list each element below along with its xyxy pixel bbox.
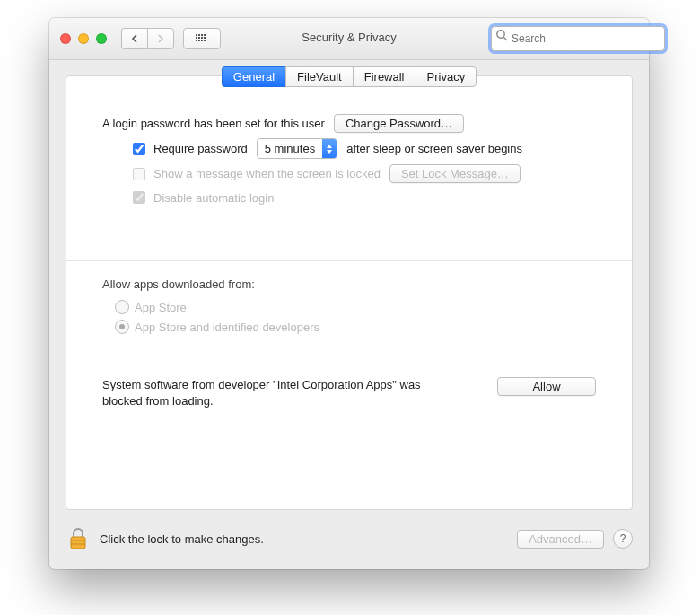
search-field-wrap bbox=[491, 26, 638, 51]
divider bbox=[66, 260, 632, 261]
radio-label: App Store and identified developers bbox=[135, 321, 319, 334]
password-set-text: A login password has been set for this u… bbox=[102, 117, 325, 130]
tab-firewall[interactable]: Firewall bbox=[353, 66, 416, 87]
require-password-delay-select[interactable]: 5 minutes bbox=[257, 138, 337, 159]
require-password-input[interactable] bbox=[133, 143, 145, 155]
tab-label: Privacy bbox=[427, 70, 466, 83]
checkbox-label: Require password bbox=[153, 142, 248, 155]
advanced-button: Advanced… bbox=[517, 530, 604, 549]
show-all-button[interactable] bbox=[183, 28, 221, 49]
tab-filevault[interactable]: FileVault bbox=[285, 66, 353, 87]
stepper-arrows-icon bbox=[322, 139, 337, 158]
tab-privacy[interactable]: Privacy bbox=[416, 66, 477, 87]
tab-general[interactable]: General bbox=[222, 66, 285, 87]
show-message-checkbox[interactable]: Show a message when the screen is locked bbox=[129, 165, 381, 183]
close-window-button[interactable] bbox=[60, 33, 71, 44]
set-lock-message-button: Set Lock Message… bbox=[389, 164, 521, 183]
blocked-software-row: System software from developer "Intel Co… bbox=[102, 377, 596, 409]
svg-rect-2 bbox=[71, 537, 85, 549]
button-label: Change Password… bbox=[346, 117, 452, 130]
radio-identified-developers: App Store and identified developers bbox=[115, 320, 596, 334]
button-label: Set Lock Message… bbox=[401, 167, 509, 180]
lock-button[interactable] bbox=[66, 526, 91, 551]
back-button[interactable] bbox=[121, 28, 147, 49]
grid-icon bbox=[196, 34, 208, 43]
content-card: General FileVault Firewall Privacy A log… bbox=[66, 75, 633, 510]
disable-auto-login-checkbox[interactable]: Disable automatic login bbox=[129, 189, 274, 206]
button-label: Allow bbox=[532, 380, 560, 393]
general-panel: A login password has been set for this u… bbox=[66, 87, 632, 409]
chevron-left-icon bbox=[131, 34, 138, 43]
lock-text: Click the lock to make changes. bbox=[100, 532, 264, 546]
preferences-window: Security & Privacy General FileVault Fir… bbox=[49, 18, 649, 569]
checkbox-label: Show a message when the screen is locked bbox=[153, 167, 381, 180]
window-controls bbox=[60, 33, 107, 44]
tab-bar: General FileVault Firewall Privacy bbox=[66, 66, 632, 87]
minimize-window-button[interactable] bbox=[78, 33, 89, 44]
footer: Click the lock to make changes. Advanced… bbox=[66, 521, 633, 557]
allow-apps-heading: Allow apps downloaded from: bbox=[102, 277, 596, 291]
button-label: Advanced… bbox=[529, 532, 592, 546]
require-password-checkbox[interactable]: Require password bbox=[129, 140, 248, 158]
toolbar: Security & Privacy bbox=[49, 18, 649, 60]
nav-back-forward bbox=[121, 28, 174, 49]
disable-auto-login-input[interactable] bbox=[133, 191, 145, 204]
tab-label: General bbox=[233, 70, 275, 83]
tab-label: Firewall bbox=[364, 70, 405, 83]
blocked-software-message: System software from developer "Intel Co… bbox=[102, 377, 434, 409]
after-sleep-text: after sleep or screen saver begins bbox=[346, 142, 522, 155]
radio-label: App Store bbox=[135, 301, 187, 314]
help-button[interactable]: ? bbox=[613, 529, 633, 549]
question-icon: ? bbox=[620, 532, 626, 545]
forward-button[interactable] bbox=[147, 28, 174, 49]
radio-icon bbox=[115, 320, 129, 334]
chevron-right-icon bbox=[157, 34, 164, 43]
search-input[interactable] bbox=[491, 26, 665, 51]
tab-label: FileVault bbox=[297, 70, 342, 83]
lock-icon bbox=[68, 527, 88, 550]
show-message-input[interactable] bbox=[133, 168, 145, 180]
allow-button[interactable]: Allow bbox=[497, 377, 596, 396]
radio-app-store: App Store bbox=[115, 300, 596, 314]
select-value: 5 minutes bbox=[258, 142, 322, 155]
zoom-window-button[interactable] bbox=[96, 33, 107, 44]
radio-icon bbox=[115, 300, 129, 314]
change-password-button[interactable]: Change Password… bbox=[334, 114, 464, 133]
checkbox-label: Disable automatic login bbox=[153, 191, 274, 205]
